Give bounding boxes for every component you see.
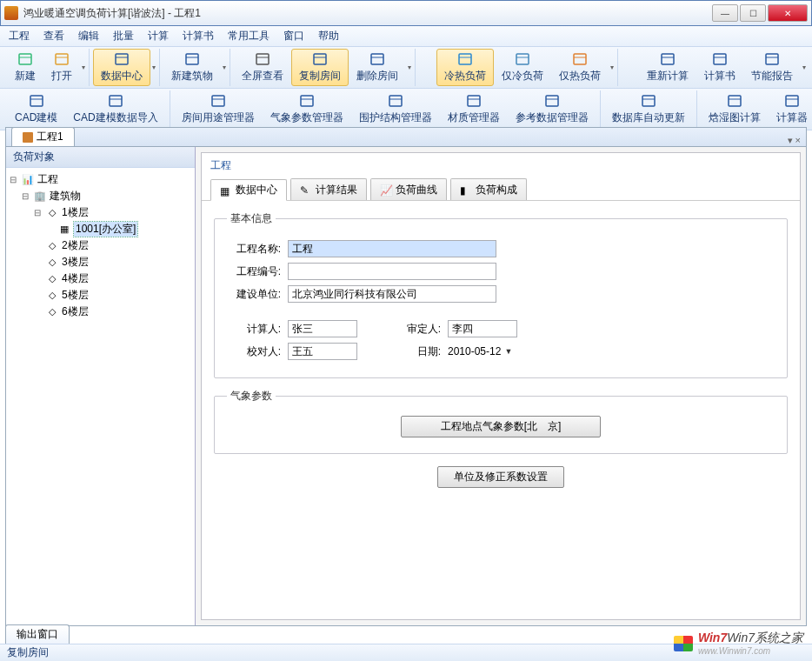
tree-node-floor[interactable]: ◇6楼层 — [8, 304, 193, 320]
subtab-label: 负荷构成 — [476, 183, 517, 197]
subtab-0[interactable]: ▦数据中心 — [210, 179, 287, 201]
meteo-group: 气象参数 工程地点气象参数[北 京] — [214, 389, 788, 454]
menu-批量[interactable]: 批量 — [113, 29, 134, 43]
new-label: 新建 — [15, 69, 36, 83]
tree-node-building[interactable]: ⊟ 🏢 建筑物 — [8, 188, 193, 204]
output-window-tab[interactable]: 输出窗口 — [5, 624, 70, 644]
document-tab-project1[interactable]: 工程1 — [11, 127, 75, 146]
subtab-1[interactable]: ✎计算结果 — [290, 178, 367, 200]
psychro-button[interactable]: 焓湿图计算 — [701, 90, 769, 128]
room-use-mgr-button[interactable]: 房间用途管理器 — [174, 90, 263, 128]
tree-node-floor[interactable]: ◇2楼层 — [8, 237, 193, 254]
input-review-by[interactable] — [448, 320, 517, 337]
data-center-button[interactable]: 数据中心 — [93, 49, 150, 86]
refdata-mgr-button[interactable]: 参考数据管理器 — [508, 90, 596, 128]
input-proj-no[interactable] — [288, 263, 496, 280]
psychro-icon — [727, 93, 742, 109]
group-dropdown-icon[interactable]: ▾ — [610, 63, 614, 71]
svg-rect-20 — [662, 54, 674, 64]
calc-book-button[interactable]: 计算书 — [696, 49, 743, 86]
menu-计算[interactable]: 计算 — [148, 29, 169, 43]
tree-node-floor1[interactable]: ⊟ ◇ 1楼层 — [8, 204, 193, 221]
tree-node-floor[interactable]: ◇3楼层 — [8, 254, 193, 270]
input-proj-name[interactable] — [288, 240, 496, 257]
cool-heat-load-button[interactable]: 冷热负荷 — [436, 49, 494, 86]
chevron-down-icon[interactable]: ▼ — [504, 347, 512, 356]
calculator-button[interactable]: 计算器 — [769, 90, 812, 128]
unit-correction-button[interactable]: 单位及修正系数设置 — [437, 466, 564, 488]
tree-node-room-1001[interactable]: ▦ 1001[办公室] — [8, 221, 193, 237]
expand-icon[interactable]: ⊟ — [20, 191, 30, 201]
group-dropdown-icon[interactable]: ▾ — [152, 63, 156, 71]
tree-node-floor[interactable]: ◇4楼层 — [8, 270, 193, 287]
db-update-button[interactable]: 数据库自动更新 — [604, 90, 693, 128]
meteo-params-button[interactable]: 工程地点气象参数[北 京] — [401, 416, 601, 437]
expand-icon[interactable]: ⊟ — [8, 175, 18, 184]
recalc-button[interactable]: 重新计算 — [639, 49, 696, 86]
copy-room-button[interactable]: 复制房间 — [291, 49, 349, 86]
new-building-button[interactable]: 新建筑物 — [163, 49, 221, 86]
delete-room-button[interactable]: 删除房间 — [349, 49, 406, 86]
heat-only-button[interactable]: 仅热负荷 — [551, 49, 609, 86]
document-tab-menu[interactable]: ▾ × — [782, 135, 806, 146]
doc-tab-icon — [23, 132, 33, 143]
close-button[interactable]: ✕ — [768, 4, 808, 22]
floor-icon: ◇ — [45, 240, 59, 252]
db-update-label: 数据库自动更新 — [612, 110, 685, 125]
cad-model-button[interactable]: CAD建模 — [7, 90, 65, 128]
label-proj-no: 工程编号: — [227, 264, 281, 279]
envelope-mgr-button[interactable]: 围护结构管理器 — [351, 90, 440, 128]
menu-工程[interactable]: 工程 — [9, 29, 30, 43]
energy-report-button[interactable]: 节能报告 — [743, 49, 801, 86]
form-panel: 工程 ▦数据中心✎计算结果📈负荷曲线▮负荷构成 基本信息 工程名称: 工程编号:… — [196, 147, 806, 625]
svg-rect-38 — [546, 96, 558, 106]
fullscreen-button[interactable]: 全屏查看 — [234, 49, 291, 86]
db-update-icon — [641, 93, 656, 109]
svg-rect-34 — [389, 96, 402, 106]
meteo-mgr-button[interactable]: 气象参数管理器 — [263, 90, 351, 128]
menu-窗口[interactable]: 窗口 — [283, 29, 304, 43]
form-subtabs: ▦数据中心✎计算结果📈负荷曲线▮负荷构成 — [202, 178, 800, 201]
svg-rect-40 — [642, 96, 655, 106]
cad-import-button[interactable]: CAD建模数据导入 — [65, 90, 165, 128]
tree-header: 负荷对象 — [6, 147, 195, 168]
cool-heat-load-icon — [457, 51, 473, 67]
delete-room-label: 删除房间 — [356, 69, 398, 83]
tree[interactable]: ⊟ 📊 工程 ⊟ 🏢 建筑物 ⊟ ◇ 1楼层 ▦ 1001[办公 — [6, 168, 195, 625]
cad-model-label: CAD建模 — [15, 110, 57, 125]
menu-常用工具[interactable]: 常用工具 — [228, 29, 270, 43]
menu-编辑[interactable]: 编辑 — [78, 29, 99, 43]
tree-node-project[interactable]: ⊟ 📊 工程 — [8, 171, 193, 188]
input-calc-by[interactable] — [288, 320, 357, 337]
minimize-button[interactable]: — — [712, 4, 738, 22]
input-builder[interactable] — [288, 285, 496, 303]
new-button[interactable]: 新建 — [7, 49, 43, 86]
open-button[interactable]: 打开 — [43, 49, 80, 86]
cool-only-button[interactable]: 仅冷负荷 — [494, 49, 551, 86]
group-dropdown-icon[interactable]: ▾ — [223, 63, 226, 71]
svg-rect-14 — [459, 54, 471, 64]
refdata-mgr-icon — [544, 93, 560, 109]
floor-icon: ◇ — [45, 273, 59, 285]
svg-rect-44 — [786, 96, 798, 106]
cad-import-icon — [108, 93, 123, 109]
group-dropdown-icon[interactable]: ▾ — [408, 63, 411, 71]
menu-计算书[interactable]: 计算书 — [183, 29, 214, 43]
maximize-button[interactable]: ☐ — [740, 4, 766, 22]
subtab-3[interactable]: ▮负荷构成 — [450, 178, 527, 200]
expand-icon[interactable]: ⊟ — [32, 208, 43, 217]
open-label: 打开 — [51, 69, 72, 83]
tree-node-floor[interactable]: ◇5楼层 — [8, 287, 193, 304]
group-dropdown-icon[interactable]: ▾ — [802, 63, 806, 71]
new-building-label: 新建筑物 — [171, 69, 213, 83]
subtab-icon: ✎ — [300, 184, 312, 195]
menu-帮助[interactable]: 帮助 — [318, 29, 339, 43]
material-mgr-button[interactable]: 材质管理器 — [440, 90, 508, 128]
document-tabs: 工程1 ▾ × — [6, 128, 806, 147]
subtab-2[interactable]: 📈负荷曲线 — [370, 178, 447, 200]
input-date[interactable]: 2010-05-12 ▼ — [448, 345, 512, 357]
input-check-by[interactable] — [288, 343, 357, 360]
delete-room-icon — [369, 51, 385, 67]
group-dropdown-icon[interactable]: ▾ — [82, 63, 85, 71]
menu-查看[interactable]: 查看 — [43, 29, 64, 43]
